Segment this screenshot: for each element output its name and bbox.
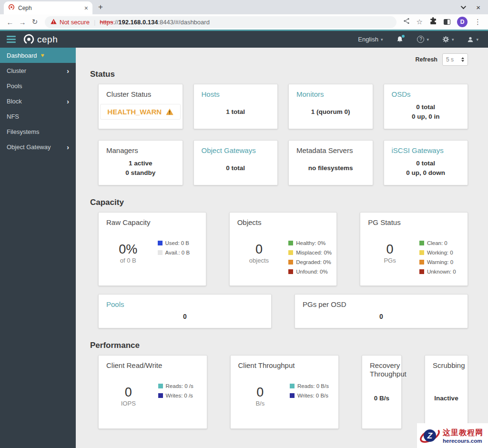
window-close-icon[interactable]: × xyxy=(476,3,480,11)
share-icon[interactable] xyxy=(403,18,410,26)
chart-legend: Clean: 0 Working: 0 Warning: 0 Unknown: … xyxy=(419,227,468,285)
chevron-right-icon: › xyxy=(67,143,69,151)
sidebar-item-cluster[interactable]: Cluster › xyxy=(0,63,76,78)
url-path: :8443/#/dashboard xyxy=(158,19,209,26)
legend-item: Degraded: 0% xyxy=(288,259,336,265)
card-object-gateways: Object Gateways 0 total xyxy=(193,140,278,185)
section-heading-status: Status xyxy=(90,70,468,79)
card-client-read-write: Client Read/Write 0 IOPS Reads: 0 /s Wri… xyxy=(98,355,207,429)
card-title-link[interactable]: Pools xyxy=(99,295,271,309)
sidebar-item-dashboard[interactable]: Dashboard ♥ xyxy=(0,48,76,63)
sidebar-item-block[interactable]: Block › xyxy=(0,93,76,109)
card-value: Inactive xyxy=(425,395,468,402)
legend-label: Unfound: 0% xyxy=(296,269,328,275)
card-value: 0 xyxy=(295,313,468,320)
language-dropdown[interactable]: English ▾ xyxy=(358,36,383,43)
caret-down-icon: ▾ xyxy=(452,37,454,42)
url-divider: | xyxy=(94,19,95,26)
tab-close-icon[interactable]: × xyxy=(84,4,88,12)
back-icon[interactable]: ← xyxy=(4,18,16,26)
card-hosts: Hosts 1 total xyxy=(193,84,278,129)
new-tab-button[interactable]: + xyxy=(92,2,109,12)
card-value: 0 up, 0 down xyxy=(406,169,445,176)
sidebar-item-label: Object Gateway xyxy=(7,143,51,151)
profile-avatar[interactable]: D xyxy=(457,17,468,27)
chart-legend: Healthy: 0% Misplaced: 0% Degraded: 0% U… xyxy=(288,227,336,285)
watermark-title: 这里教程网 xyxy=(443,428,483,438)
extensions-puzzle-icon[interactable] xyxy=(429,17,437,27)
user-dropdown[interactable]: ▾ xyxy=(467,36,478,43)
warning-triangle-icon xyxy=(51,19,57,26)
card-title-link[interactable]: OSDs xyxy=(384,84,468,99)
browser-tab-ceph[interactable]: Ceph × xyxy=(4,1,92,14)
card-title-link[interactable]: Monitors xyxy=(289,84,373,99)
bookmark-star-icon[interactable]: ☆ xyxy=(417,18,423,26)
legend-label: Healthy: 0% xyxy=(296,240,325,246)
chart-value-label: objects xyxy=(249,257,269,264)
legend-item: Clean: 0 xyxy=(419,240,468,246)
forward-icon[interactable]: → xyxy=(16,18,29,26)
sidebar-item-pools[interactable]: Pools xyxy=(0,78,76,93)
chart-legend: Reads: 0 B/s Writes: 0 B/s xyxy=(290,370,338,428)
window-shade-icon[interactable] xyxy=(461,4,466,9)
sidebar-item-nfs[interactable]: NFS xyxy=(0,109,76,124)
notifications-bell-icon[interactable] xyxy=(396,36,404,43)
chart-value-label: of 0 B xyxy=(120,257,136,264)
legend-item: Unknown: 0 xyxy=(419,269,468,275)
legend-item: Healthy: 0% xyxy=(288,240,336,246)
legend-swatch xyxy=(419,269,424,274)
card-title-link[interactable]: Hosts xyxy=(194,84,278,99)
side-panel-icon[interactable] xyxy=(444,19,450,25)
legend-label: Misplaced: 0% xyxy=(296,250,332,255)
card-cluster-status: Cluster Status HEALTH_WARN xyxy=(98,84,183,129)
chart-value: 0% xyxy=(119,242,137,257)
url-scheme-sep: :// xyxy=(113,19,118,26)
help-dropdown[interactable]: ? ▾ xyxy=(417,36,429,43)
hamburger-menu-icon[interactable] xyxy=(7,36,16,43)
sidebar-item-label: Pools xyxy=(7,82,22,90)
legend-item: Misplaced: 0% xyxy=(288,250,336,255)
card-managers: Managers 1 active 0 standby xyxy=(98,140,183,185)
health-status-text: HEALTH_WARN xyxy=(107,108,162,116)
card-title: Metadata Servers xyxy=(289,141,373,155)
notification-dot xyxy=(402,35,405,38)
card-value: 0 up, 0 in xyxy=(412,113,440,120)
ceph-favicon-icon xyxy=(8,4,15,12)
capacity-card-grid-row2: Pools 0 PGs per OSD 0 xyxy=(98,294,468,328)
legend-swatch xyxy=(158,384,163,388)
card-title-link[interactable]: iSCSI Gateways xyxy=(384,141,468,155)
browser-menu-icon[interactable]: ⋮ xyxy=(474,18,481,26)
gear-icon xyxy=(442,36,449,43)
card-objects: Objects 0 objects Healthy: 0% Misplaced:… xyxy=(229,212,337,286)
legend-swatch xyxy=(288,241,293,245)
sidebar-item-object-gateway[interactable]: Object Gateway › xyxy=(0,139,76,154)
chevron-right-icon: › xyxy=(67,67,69,75)
legend-swatch xyxy=(158,250,163,255)
card-title-link[interactable]: Object Gateways xyxy=(194,141,278,155)
legend-label: Reads: 0 B/s xyxy=(297,383,329,389)
refresh-interval-select[interactable]: 5 s xyxy=(442,53,468,66)
reload-icon[interactable]: ↻ xyxy=(29,18,41,26)
sidebar-item-label: Cluster xyxy=(7,67,26,74)
settings-dropdown[interactable]: ▾ xyxy=(442,36,454,43)
chart-value: 0 xyxy=(386,242,394,257)
legend-label: Writes: 0 /s xyxy=(166,393,193,398)
sidebar-item-filesystems[interactable]: Filesystems xyxy=(0,124,76,139)
section-heading-performance: Performance xyxy=(90,341,468,350)
legend-item: Avail.: 0 B xyxy=(158,250,206,255)
refresh-control: Refresh 5 s xyxy=(90,53,468,66)
header-actions: English ▾ ? ▾ ▾ ▾ xyxy=(358,36,488,43)
legend-label: Unknown: 0 xyxy=(427,269,456,275)
stepper-icon xyxy=(461,57,464,62)
address-bar[interactable]: Not secure | https://192.168.0.134:8443/… xyxy=(45,16,396,28)
svg-text:Z: Z xyxy=(427,431,433,440)
card-iscsi-gateways: iSCSI Gateways 0 total 0 up, 0 down xyxy=(384,140,468,185)
chart-value-label: B/s xyxy=(255,400,264,407)
card-value: 1 active xyxy=(129,160,152,167)
legend-swatch xyxy=(290,384,295,388)
card-raw-capacity: Raw Capacity 0% of 0 B Used: 0 B Avail.:… xyxy=(98,212,206,286)
url-scheme: https xyxy=(100,19,113,26)
chart-value: 0 xyxy=(255,242,263,257)
legend-item: Reads: 0 B/s xyxy=(290,383,338,389)
watermark: Z 这里教程网 herecours.com xyxy=(417,423,488,448)
